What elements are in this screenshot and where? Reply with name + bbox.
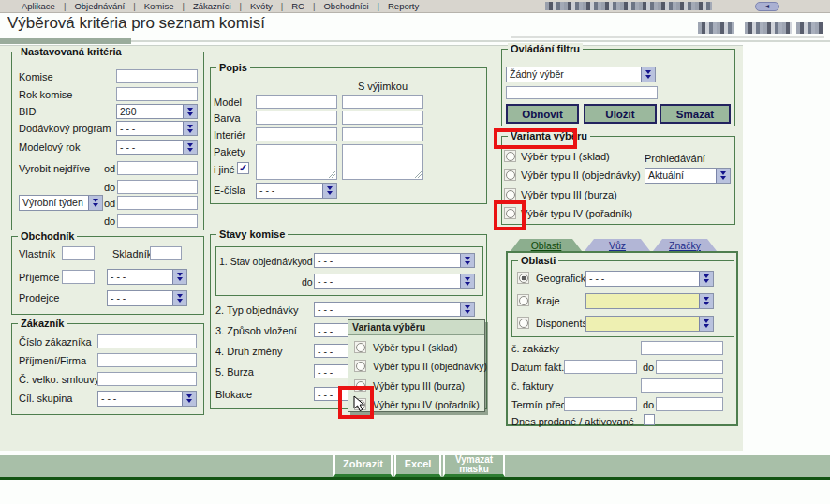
- seller-dropdown[interactable]: - - -: [107, 290, 187, 306]
- produce-label: Vyrobit nejdříve: [19, 163, 90, 174]
- dropdown-arrow-icon[interactable]: [460, 254, 474, 267]
- week-dropdown[interactable]: Výrobní týden: [19, 195, 103, 211]
- dropdown-arrow-icon[interactable]: [182, 392, 196, 406]
- disponent-dropdown[interactable]: [585, 316, 714, 332]
- interior-exception-input[interactable]: [342, 127, 423, 141]
- menu-item-objednavani[interactable]: Objednávání: [66, 1, 133, 11]
- dropdown-arrow-icon[interactable]: [172, 291, 186, 305]
- tab-vuz[interactable]: Vůz: [585, 239, 650, 251]
- menu-item-reporty[interactable]: Reporty: [379, 1, 427, 11]
- target-group-value: - - -: [98, 392, 182, 406]
- dropdown-arrow-icon[interactable]: [641, 67, 655, 82]
- handover-to-input[interactable]: [656, 397, 723, 411]
- color-input[interactable]: [256, 111, 337, 125]
- disponent-radio[interactable]: [517, 317, 529, 329]
- model-input[interactable]: [256, 95, 337, 109]
- enumbers-dropdown[interactable]: - - -: [256, 183, 337, 199]
- variant-2-label: Výběr typu II (objednávky): [521, 170, 641, 181]
- other-checkbox[interactable]: ✓: [237, 162, 249, 174]
- menu-item-aplikace[interactable]: Aplikace: [13, 1, 64, 11]
- order-number-label: č. zakázky: [511, 343, 559, 354]
- dropdown-arrow-icon[interactable]: [183, 105, 197, 118]
- week-value: Výrobní týden: [20, 196, 88, 210]
- color-exception-input[interactable]: [342, 111, 423, 125]
- dropdown-arrow-icon[interactable]: [183, 141, 197, 154]
- dropdown-arrow-icon[interactable]: [183, 122, 197, 135]
- dropdown-arrow-icon[interactable]: [699, 294, 713, 308]
- target-group-dropdown[interactable]: - - -: [97, 391, 197, 407]
- sold-today-checkbox[interactable]: [644, 414, 655, 425]
- tab-znacky[interactable]: Značky: [653, 239, 717, 251]
- restore-button[interactable]: Obnovit: [506, 104, 579, 124]
- geographic-radio[interactable]: [517, 272, 529, 284]
- dropdown-arrow-icon[interactable]: [699, 272, 713, 286]
- handover-from-input[interactable]: [564, 397, 637, 411]
- dropdown-arrow-icon[interactable]: [88, 196, 102, 210]
- menu-item-zakaznici[interactable]: Zákazníci: [185, 1, 240, 11]
- customer-name-input[interactable]: [97, 353, 197, 367]
- komise-input[interactable]: [116, 69, 198, 83]
- produce-to-input[interactable]: [117, 180, 198, 194]
- week-from-input[interactable]: [117, 196, 198, 210]
- order-state-from-dropdown[interactable]: - - -: [314, 253, 475, 268]
- seller-value: - - -: [108, 291, 172, 305]
- filter-name-input[interactable]: [506, 86, 658, 99]
- invoice-date-to-input[interactable]: [656, 360, 723, 374]
- contract-input[interactable]: [97, 372, 197, 386]
- dropdown-arrow-icon[interactable]: [460, 274, 474, 288]
- delete-button[interactable]: Smazat: [660, 104, 731, 124]
- show-button[interactable]: Zobrazit: [333, 455, 393, 477]
- interior-label: Interiér: [214, 129, 245, 141]
- geographic-value: - - -: [586, 272, 699, 286]
- modelyear-label: Modelový rok: [19, 141, 80, 153]
- variant-2-radio[interactable]: [504, 169, 516, 181]
- menu-item-rc[interactable]: RC: [283, 1, 313, 11]
- week-to-input[interactable]: [117, 214, 198, 228]
- divider: [131, 40, 830, 42]
- interior-input[interactable]: [256, 127, 337, 141]
- geographic-dropdown[interactable]: - - -: [585, 271, 714, 287]
- popup-variant-1-radio[interactable]: [354, 341, 366, 353]
- menu-item-kvoty[interactable]: Kvóty: [242, 1, 281, 11]
- variant-1-radio[interactable]: [504, 150, 516, 162]
- program-dropdown[interactable]: - - -: [116, 121, 198, 136]
- regions-radio[interactable]: [517, 294, 529, 306]
- produce-from-input[interactable]: [117, 161, 198, 175]
- dropdown-arrow-icon[interactable]: [172, 270, 186, 284]
- menu-item-obchodnici[interactable]: Obchodníci: [315, 1, 377, 11]
- owner-input[interactable]: [62, 246, 95, 260]
- customer-number-input[interactable]: [97, 334, 197, 348]
- order-state-to-dropdown[interactable]: - - -: [314, 274, 475, 289]
- back-arrow-icon[interactable]: ◄: [755, 2, 779, 11]
- regions-dropdown[interactable]: [585, 293, 714, 309]
- order-type-dropdown[interactable]: - - -: [314, 302, 475, 317]
- invoice-number-input[interactable]: [641, 378, 723, 393]
- clear-mask-button[interactable]: Vymazat masku: [443, 455, 505, 477]
- rok-komise-input[interactable]: [116, 87, 198, 101]
- save-button[interactable]: Uložit: [584, 104, 657, 124]
- panel-customer-legend: Zákazník: [18, 318, 67, 329]
- dropdown-arrow-icon[interactable]: [716, 169, 730, 183]
- modelyear-dropdown[interactable]: - - -: [116, 140, 198, 155]
- dropdown-arrow-icon[interactable]: [322, 184, 336, 198]
- dropdown-arrow-icon[interactable]: [699, 317, 713, 331]
- order-number-input[interactable]: [641, 341, 723, 355]
- tab-oblasti[interactable]: Oblasti: [511, 239, 582, 251]
- do-label: do: [643, 399, 654, 410]
- menu-item-komise[interactable]: Komise: [136, 1, 183, 11]
- invoice-date-from-input[interactable]: [564, 360, 637, 374]
- popup-variant-2-radio[interactable]: [354, 360, 366, 372]
- bid-dropdown[interactable]: 260: [116, 104, 198, 119]
- search-dropdown[interactable]: Aktuální: [645, 168, 731, 184]
- packets-exception-textarea[interactable]: [342, 144, 423, 180]
- stock-input[interactable]: [150, 246, 182, 260]
- filter-select[interactable]: Žádný výběr: [506, 67, 656, 82]
- variant-3-radio[interactable]: [504, 188, 516, 200]
- dropdown-arrow-icon[interactable]: [460, 303, 474, 316]
- excel-button[interactable]: Excel: [394, 455, 441, 477]
- packets-textarea[interactable]: [256, 144, 337, 180]
- model-exception-input[interactable]: [342, 95, 423, 109]
- receiver-input[interactable]: [62, 270, 95, 284]
- order-state-to-value: - - -: [315, 274, 460, 288]
- receiver-dropdown[interactable]: - - -: [107, 269, 187, 285]
